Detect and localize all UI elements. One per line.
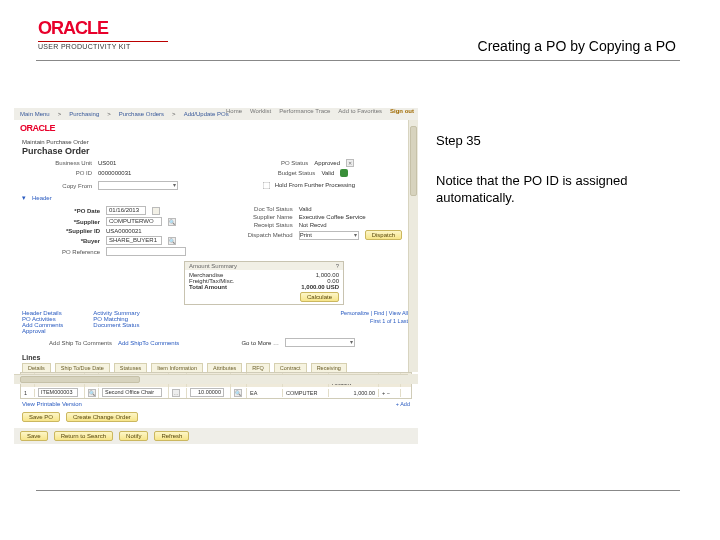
scroll-thumb[interactable] [410,126,417,196]
app-brand-bar: ORACLE [14,120,418,136]
save-po-button[interactable]: Save PO [22,412,60,422]
link[interactable]: Document Status [93,322,139,328]
brand-logo: ORACLE USER PRODUCTIVITY KIT [38,18,168,50]
breadcrumb-bar: Main Menu> Purchasing> Purchase Orders> … [14,108,418,120]
tab-perf[interactable]: Performance Trace [279,108,330,114]
add-link[interactable]: + Add [396,401,410,407]
return-button[interactable]: Return to Search [54,431,113,441]
link[interactable]: Approval [22,328,63,334]
crumb[interactable]: Purchasing [69,111,99,117]
hold-checkbox[interactable]: Hold From Further Processing [260,179,355,192]
line-tabs: Details Ship To/Due Date Statuses Item I… [14,363,418,372]
nav-tabs: Home Worklist Performance Trace Add to F… [226,108,414,114]
summary-title: Amount Summary [189,263,237,269]
goto-select[interactable] [285,338,355,347]
step-note: Notice that the PO ID is assigned automa… [436,172,686,207]
page-heading: Purchase Order [14,146,418,158]
tab[interactable]: Statuses [114,363,147,372]
budget-value: Valid [321,170,334,176]
tab-home[interactable]: Home [226,108,242,114]
detail-icon[interactable]: … [172,389,180,397]
brand-line [38,41,168,42]
budget-ok-icon [340,169,348,177]
tab-worklist[interactable]: Worklist [250,108,271,114]
tab[interactable]: Attributes [207,363,242,372]
podate-input[interactable]: 01/16/2013 [106,206,146,215]
copy-from-select[interactable] [98,181,178,190]
refresh-button[interactable]: Refresh [154,431,189,441]
lookup-icon[interactable]: 🔍 [168,237,176,245]
header-fields: *PO Date01/16/2013 *SupplierCOMPUTERWO🔍 … [14,203,418,259]
poid-label: PO ID [22,170,92,176]
po-status-label: PO Status [238,160,308,166]
dispatch-select[interactable]: Print [299,231,359,240]
save-button[interactable]: Save [20,431,48,441]
notify-button[interactable]: Notify [119,431,148,441]
divider-bottom [36,490,680,491]
doctol-value: Valid [299,206,312,212]
supplier-input[interactable]: COMPUTERWO [106,217,162,226]
po-status-value: Approved [314,160,340,166]
amount-summary: Amount Summary? Merchandise1,000.00 Frei… [184,261,344,305]
change-order-button[interactable]: Create Change Order [66,412,138,422]
scrollbar-horizontal[interactable] [14,374,408,384]
supname-label: Supplier Name [223,214,293,220]
recv-value: Not Recvd [299,222,327,228]
doctol-label: Doc Tol Status [223,206,293,212]
help-icon[interactable]: ? [336,263,339,269]
add-row-icon[interactable]: + [382,390,385,396]
chevron-down-icon: ▾ [22,194,26,202]
tab[interactable]: Receiving [311,363,347,372]
lookup-icon[interactable]: 🔍 [234,389,242,397]
dispatch-button[interactable]: Dispatch [365,230,402,240]
dispatch-label: Dispatch Method [223,232,293,238]
supplierid-label: *Supplier ID [30,228,100,234]
view-printable-link[interactable]: View Printable Version [22,401,82,407]
tab[interactable]: Details [22,363,51,372]
save-buttons: Save PO Create Change Order [14,409,418,425]
scrollbar-vertical[interactable] [408,120,418,372]
tab[interactable]: Item Information [151,363,203,372]
bu-row: Business Unit US001 PO Status Approved ✕ [14,158,418,168]
poref-label: PO Reference [30,249,100,255]
desc-input[interactable]: Second Office Chair [102,388,162,397]
calculate-button[interactable]: Calculate [300,292,339,302]
buyer-label: *Buyer [30,238,100,244]
calendar-icon[interactable] [152,207,160,215]
tab-signout[interactable]: Sign out [390,108,414,114]
tab-fav[interactable]: Add to Favorites [338,108,382,114]
item-input[interactable]: ITEM000003 [38,388,78,397]
crumb[interactable]: Purchase Orders [119,111,164,117]
footer-buttons: Save Return to Search Notify Refresh [14,428,418,444]
personalize-link[interactable]: Personalize | Find | View All [340,310,408,316]
page-title: Creating a PO by Copying a PO [478,38,676,54]
crumb[interactable]: Main Menu [20,111,50,117]
tab[interactable]: Contract [274,363,307,372]
crumb[interactable]: Add/Update POs [184,111,229,117]
divider-top [36,60,680,61]
tab[interactable]: Ship To/Due Date [55,363,110,372]
oracle-logo-icon: ORACLE [20,123,55,133]
qty-input[interactable]: 10.00000 [190,388,224,397]
del-row-icon[interactable]: − [387,390,390,396]
header-toggle[interactable]: ▾ Header [14,193,418,203]
scroll-thumb[interactable] [20,376,140,383]
supplierid-value: USA0000021 [106,228,142,234]
status-action-icon[interactable]: ✕ [346,159,354,167]
addship-link[interactable]: Add ShipTo Comments [118,340,179,346]
supname-value: Executive Coffee Service [299,214,366,220]
instruction-panel: Step 35 Notice that the PO ID is assigne… [436,132,686,207]
bu-value: US001 [98,160,116,166]
tab[interactable]: RFQ [246,363,270,372]
addship-row: Add Ship To Comments Add ShipTo Comments… [14,337,418,348]
lookup-icon[interactable]: 🔍 [88,389,96,397]
copy-row: Copy From Hold From Further Processing [14,178,418,193]
copy-label: Copy From [22,183,92,189]
lines-heading: Lines [14,352,418,363]
buyer-input[interactable]: SHARE_BUYER1 [106,236,162,245]
poref-input[interactable] [106,247,186,256]
header: ORACLE USER PRODUCTIVITY KIT Creating a … [0,18,720,58]
recv-label: Receipt Status [223,222,293,228]
lookup-icon[interactable]: 🔍 [168,218,176,226]
addship-label: Add Ship To Comments [22,340,112,346]
